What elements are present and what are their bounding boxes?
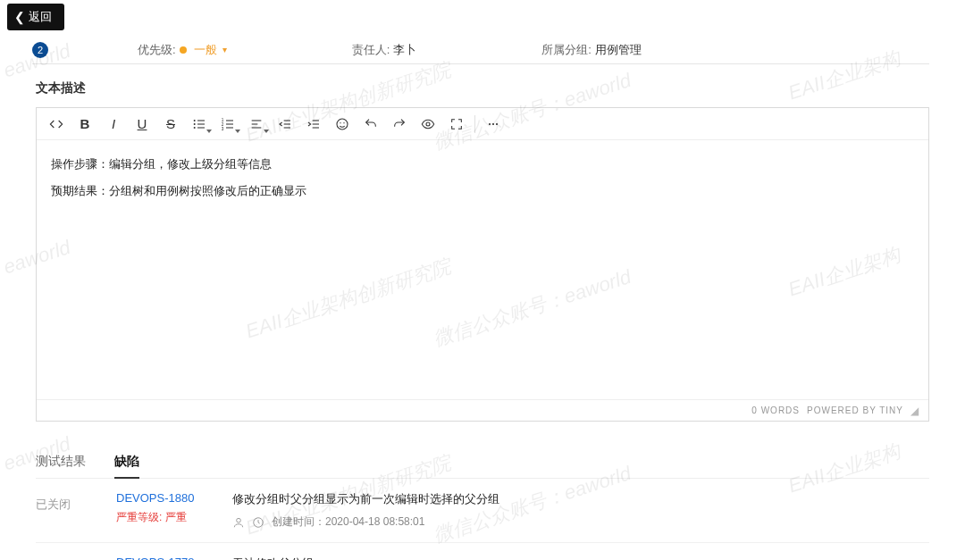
description-section: 文本描述 B I U S 123 操作步骤：编辑分组，修改上级分组等信息 预期结… [36, 80, 929, 422]
undo-button[interactable] [357, 110, 385, 138]
svg-point-21 [337, 119, 348, 130]
priority-value: 一般 [194, 42, 217, 58]
svg-point-26 [492, 122, 494, 124]
group-label: 所属分组: [541, 42, 592, 58]
svg-point-24 [426, 122, 430, 126]
toolbar-separator [474, 115, 475, 133]
rich-text-editor: B I U S 123 操作步骤：编辑分组，修改上级分组等信息 预期结果：分组树… [36, 107, 929, 422]
preview-button[interactable] [414, 110, 442, 138]
defect-title: 修改分组时父分组显示为前一次编辑时选择的父分组 [232, 491, 929, 507]
word-count: 0 WORDS [751, 405, 800, 415]
tabs-section: 测试结果 缺陷 已关闭 DEVOPS-1880 严重等级: 严重 修改分组时父分… [36, 447, 929, 560]
svg-point-23 [343, 122, 344, 123]
svg-point-28 [237, 518, 241, 522]
tabs: 测试结果 缺陷 [36, 447, 929, 479]
defect-row: 已关闭 DEVOPS-1880 严重等级: 严重 修改分组时父分组显示为前一次编… [36, 479, 929, 543]
defect-id-link[interactable]: DEVOPS-1778 [116, 556, 232, 560]
owner-field: 责任人: 李卜 [352, 42, 417, 58]
emoji-button[interactable] [328, 110, 357, 138]
ordered-list-button[interactable]: 123 [214, 110, 242, 138]
svg-point-0 [194, 120, 196, 121]
powered-by: POWERED BY TINY [807, 405, 903, 415]
chevron-left-icon: ❮ [14, 10, 25, 24]
defect-status: 验证通过 [36, 556, 116, 560]
id-badge: 2 [32, 42, 48, 58]
unordered-list-button[interactable] [185, 110, 214, 138]
editor-body[interactable]: 操作步骤：编辑分组，修改上级分组等信息 预期结果：分组树和用例树按照修改后的正确… [37, 140, 928, 399]
editor-toolbar: B I U S 123 [37, 108, 928, 140]
svg-point-27 [496, 122, 498, 124]
italic-button[interactable]: I [99, 110, 128, 138]
desc-line: 预期结果：分组树和用例树按照修改后的正确显示 [51, 180, 914, 203]
group-field: 所属分组: 用例管理 [541, 42, 642, 58]
meta-bar: 2 优先级: 一般 ▾ 责任人: 李卜 所属分组: 用例管理 [32, 36, 929, 64]
back-label: 返回 [29, 9, 52, 25]
user-icon [232, 516, 245, 529]
defect-id-link[interactable]: DEVOPS-1880 [116, 491, 232, 505]
align-button[interactable] [242, 110, 271, 138]
chevron-down-icon: ▾ [222, 45, 227, 54]
svg-text:3: 3 [222, 126, 224, 130]
editor-footer: 0 WORDS POWERED BY TINY ◢ [37, 399, 928, 421]
more-button[interactable] [479, 110, 508, 138]
tab-test-results[interactable]: 测试结果 [36, 447, 86, 478]
description-title: 文本描述 [36, 80, 929, 96]
outdent-button[interactable] [271, 110, 299, 138]
fullscreen-button[interactable] [442, 110, 471, 138]
svg-point-25 [489, 122, 491, 124]
priority-field[interactable]: 优先级: 一般 ▾ [138, 42, 227, 58]
defect-row: 验证通过 DEVOPS-1778 无法修改父分组 [36, 543, 929, 560]
redo-button[interactable] [385, 110, 414, 138]
priority-label: 优先级: [138, 42, 176, 58]
bold-button[interactable]: B [71, 110, 99, 138]
tab-defects[interactable]: 缺陷 [114, 447, 139, 479]
indent-button[interactable] [299, 110, 328, 138]
desc-line: 操作步骤：编辑分组，修改上级分组等信息 [51, 153, 914, 176]
group-value: 用例管理 [595, 42, 642, 58]
priority-bullet-icon [180, 46, 187, 54]
defect-meta: 创建时间：2020-04-18 08:58:01 [232, 514, 929, 530]
underline-button[interactable]: U [128, 110, 156, 138]
strikethrough-button[interactable]: S [156, 110, 185, 138]
svg-point-1 [194, 123, 196, 125]
code-button[interactable] [42, 110, 71, 138]
defect-title: 无法修改父分组 [232, 556, 929, 560]
defect-status: 已关闭 [36, 491, 116, 513]
svg-point-2 [194, 127, 196, 129]
owner-label: 责任人: [352, 42, 390, 58]
back-button[interactable]: ❮ 返回 [7, 4, 64, 30]
clock-icon [252, 516, 264, 529]
svg-point-22 [340, 122, 340, 123]
owner-value: 李卜 [393, 42, 416, 58]
defect-severity: 严重等级: 严重 [116, 510, 232, 525]
resize-handle-icon[interactable]: ◢ [910, 405, 919, 417]
